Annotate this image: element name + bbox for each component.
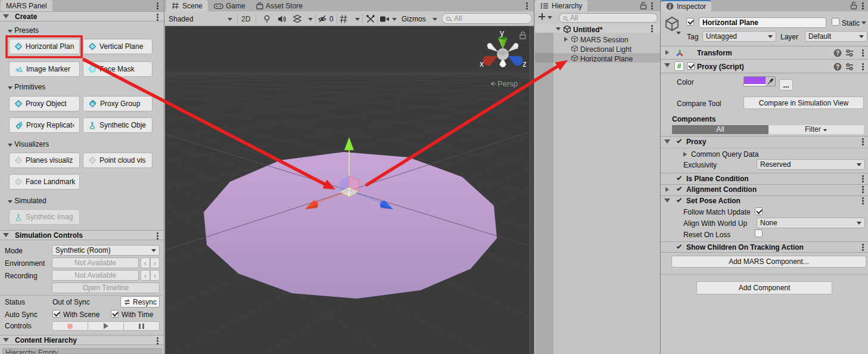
svg-text:z: z [522, 59, 527, 69]
svg-text:Persp: Persp [497, 79, 518, 88]
svg-text:?: ? [836, 64, 839, 70]
svg-text:?: ? [836, 50, 839, 57]
svg-text:x: x [480, 59, 484, 69]
svg-text:y: y [500, 28, 504, 38]
